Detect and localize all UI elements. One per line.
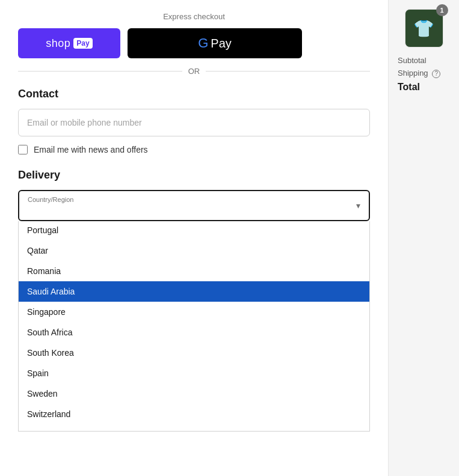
shipping-info-icon[interactable]: ? [432,70,440,78]
subtotal-label: Subtotal [398,56,427,65]
dropdown-item[interactable]: Spain [19,363,369,383]
shipping-row: Shipping ? [398,69,450,78]
dropdown-item[interactable]: Saudi Arabia [19,281,369,302]
shop-text: shop [46,37,70,50]
google-pay-button[interactable]: G Pay [128,28,302,58]
dropdown-item[interactable]: Switzerland [19,404,369,424]
product-badge: 1 [436,4,448,16]
delivery-title: Delivery [18,169,370,182]
dropdown-item[interactable]: Romania [19,261,369,281]
contact-title: Contact [18,88,370,100]
express-buttons: shop Pay G Pay [18,28,370,58]
country-select[interactable] [19,191,369,220]
country-select-wrapper[interactable]: Country/Region ▾ [18,190,370,221]
shop-pay-button[interactable]: shop Pay [18,28,120,58]
newsletter-checkbox-row: Email me with news and offers [18,145,370,154]
dropdown-item[interactable]: South Korea [19,343,369,363]
pay-badge: Pay [73,38,92,49]
product-image-wrapper: 👕 1 [405,9,443,47]
dropdown-item[interactable]: Sweden [19,383,369,404]
google-g-icon: G [198,35,208,51]
delivery-section: Delivery Country/Region ▾ MonacoMoroccoN… [18,169,370,432]
total-row: Total [398,82,450,93]
dropdown-item[interactable]: Singapore [19,302,369,322]
or-divider: OR [18,67,370,76]
newsletter-label[interactable]: Email me with news and offers [34,145,148,154]
dropdown-item[interactable]: South Africa [19,322,369,343]
subtotal-row: Subtotal [398,56,450,65]
email-mobile-input[interactable] [18,109,370,136]
shirt-icon: 👕 [413,19,434,38]
newsletter-checkbox[interactable] [18,145,28,154]
express-checkout-label: Express checkout [18,12,370,21]
total-label: Total [398,82,420,93]
shipping-label: Shipping ? [398,69,440,78]
dropdown-item[interactable]: Qatar [19,240,369,261]
dropdown-item[interactable]: Portugal [19,221,369,240]
main-content: Express checkout shop Pay G Pay OR Conta… [0,0,388,476]
product-image: 👕 [405,9,443,47]
google-pay-text: Pay [211,37,231,50]
country-dropdown-list[interactable]: MonacoMoroccoNew ZealandNorwayPolandPort… [18,221,370,432]
dropdown-item[interactable]: Türkiye [19,424,369,432]
sidebar: 👕 1 Subtotal Shipping ? Total [388,0,459,476]
